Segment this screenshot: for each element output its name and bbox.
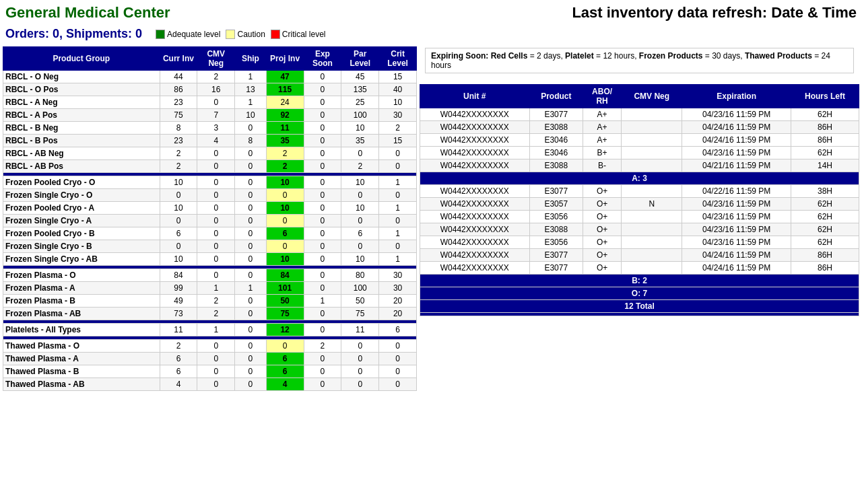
cell-cmv: 0 xyxy=(197,176,235,189)
cell-exp: 0 xyxy=(304,189,341,202)
col-cmv-neg: CMV Neg xyxy=(197,47,235,71)
cell-exp: 0 xyxy=(304,176,341,189)
group-header-row: B: 2 xyxy=(420,275,859,287)
cell-proj: 0 xyxy=(266,240,304,253)
cell-ship: 1 xyxy=(235,96,267,109)
cell-hours: 14H xyxy=(791,159,859,172)
cell-exp: 0 xyxy=(304,269,341,282)
cell-crit: 1 xyxy=(379,202,417,215)
table-row: W0442XXXXXXXX E3077 O+ 04/24/16 11:59 PM… xyxy=(420,249,859,262)
cell-cmv: N xyxy=(622,198,682,211)
total-row: 12 Total xyxy=(420,300,859,313)
cell-product: E3077 xyxy=(529,108,583,121)
cell-proj: 6 xyxy=(266,227,304,240)
cell-curr: 0 xyxy=(160,189,197,202)
cell-par: 6 xyxy=(341,227,379,240)
cell-exp: 0 xyxy=(304,109,341,122)
cell-par: 10 xyxy=(341,176,379,189)
col-product: Product xyxy=(529,85,583,108)
cell-ship: 8 xyxy=(235,135,267,147)
cell-unit: W0442XXXXXXXX xyxy=(420,121,530,134)
col-product-group: Product Group xyxy=(3,47,160,71)
cell-curr: 75 xyxy=(160,109,197,122)
cell-expiration: 04/24/16 11:59 PM xyxy=(682,262,791,275)
cell-ship: 1 xyxy=(235,71,267,83)
cell-expiration: 04/23/16 11:59 PM xyxy=(682,223,791,236)
cell-product: E3088 xyxy=(529,223,583,236)
cell-proj: 115 xyxy=(266,83,304,96)
cell-group: Frozen Plasma - B xyxy=(3,295,160,308)
cell-abo: O+ xyxy=(583,198,622,211)
cell-proj: 2 xyxy=(266,160,304,173)
cell-proj: 47 xyxy=(266,71,304,83)
cell-curr: 6 xyxy=(160,365,197,378)
cell-hours: 86H xyxy=(791,134,859,147)
cell-par: 0 xyxy=(341,378,379,391)
table-row: RBCL - O Neg 44 2 1 47 0 45 15 xyxy=(3,71,417,83)
cell-crit: 0 xyxy=(379,240,417,253)
table-row: Thawed Plasma - O 2 0 0 0 2 0 0 xyxy=(3,340,417,353)
cell-ship: 0 xyxy=(235,176,267,189)
cell-hours: 62H xyxy=(791,236,859,249)
cell-cmv: 1 xyxy=(197,324,235,336)
cell-curr: 2 xyxy=(160,160,197,173)
last-refresh-value: Date & Time xyxy=(771,4,857,21)
cell-ship: 10 xyxy=(235,109,267,122)
cell-group: Thawed Plasma - B xyxy=(3,365,160,378)
cell-crit: 1 xyxy=(379,176,417,189)
legend-adequate: Adequate level xyxy=(156,30,220,39)
cell-group: RBCL - AB Pos xyxy=(3,160,160,173)
cell-hours: 38H xyxy=(791,185,859,198)
cell-curr: 11 xyxy=(160,324,197,336)
cell-group: Frozen Single Cryo - A xyxy=(3,215,160,227)
unit-table: Unit # Product ABO/RH CMV Neg Expiration… xyxy=(420,84,859,316)
cell-exp: 0 xyxy=(304,353,341,365)
cell-ship: 0 xyxy=(235,353,267,365)
cell-proj: 10 xyxy=(266,176,304,189)
col-cmv-neg-right: CMV Neg xyxy=(622,85,682,108)
table-row: RBCL - A Neg 23 0 1 24 0 25 10 xyxy=(3,96,417,109)
table-row: Thawed Plasma - AB 4 0 0 4 0 0 0 xyxy=(3,378,417,391)
cell-curr: 84 xyxy=(160,269,197,282)
cell-cmv xyxy=(622,262,682,275)
cell-curr: 23 xyxy=(160,96,197,109)
table-row: Platelets - All Types 11 1 0 12 0 11 6 xyxy=(3,324,417,336)
expiring-box: Expiring Soon: Red Cells = 2 days, Plate… xyxy=(425,48,854,73)
cell-cmv: 0 xyxy=(197,340,235,353)
cell-par: 75 xyxy=(341,308,379,320)
cell-group: Thawed Plasma - O xyxy=(3,340,160,353)
cell-crit: 0 xyxy=(379,378,417,391)
cell-hours: 62H xyxy=(791,147,859,159)
cell-abo: B- xyxy=(583,159,622,172)
table-row: W0442XXXXXXXX E3057 O+ N 04/23/16 11:59 … xyxy=(420,198,859,211)
cell-exp: 0 xyxy=(304,122,341,135)
cell-group: Frozen Plasma - O xyxy=(3,269,160,282)
cell-unit: W0442XXXXXXXX xyxy=(420,249,530,262)
cell-par: 50 xyxy=(341,295,379,308)
cell-crit: 30 xyxy=(379,269,417,282)
cell-expiration: 04/22/16 11:59 PM xyxy=(682,185,791,198)
legend-critical-label: Critical level xyxy=(282,30,326,39)
cell-abo: B+ xyxy=(583,147,622,159)
cell-abo: O+ xyxy=(583,223,622,236)
cell-hours: 86H xyxy=(791,121,859,134)
cell-proj: 4 xyxy=(266,378,304,391)
cell-exp: 0 xyxy=(304,202,341,215)
cell-unit: W0442XXXXXXXX xyxy=(420,262,530,275)
cell-ship: 0 xyxy=(235,147,267,160)
table-row: Frozen Single Cryo - AB 10 0 0 10 0 10 1 xyxy=(3,253,417,266)
cell-crit: 10 xyxy=(379,96,417,109)
cell-unit: W0442XXXXXXXX xyxy=(420,223,530,236)
legend-critical-box xyxy=(271,30,280,39)
cell-group: RBCL - A Neg xyxy=(3,96,160,109)
cell-group: Frozen Single Cryo - B xyxy=(3,240,160,253)
cell-expiration: 04/23/16 11:59 PM xyxy=(682,147,791,159)
cell-crit: 0 xyxy=(379,147,417,160)
cell-cmv: 0 xyxy=(197,160,235,173)
cell-curr: 6 xyxy=(160,227,197,240)
cell-ship: 0 xyxy=(235,378,267,391)
cell-group: RBCL - A Pos xyxy=(3,109,160,122)
cell-abo: O+ xyxy=(583,211,622,223)
table-row: Frozen Single Cryo - A 0 0 0 0 0 0 0 xyxy=(3,215,417,227)
cell-curr: 10 xyxy=(160,253,197,266)
